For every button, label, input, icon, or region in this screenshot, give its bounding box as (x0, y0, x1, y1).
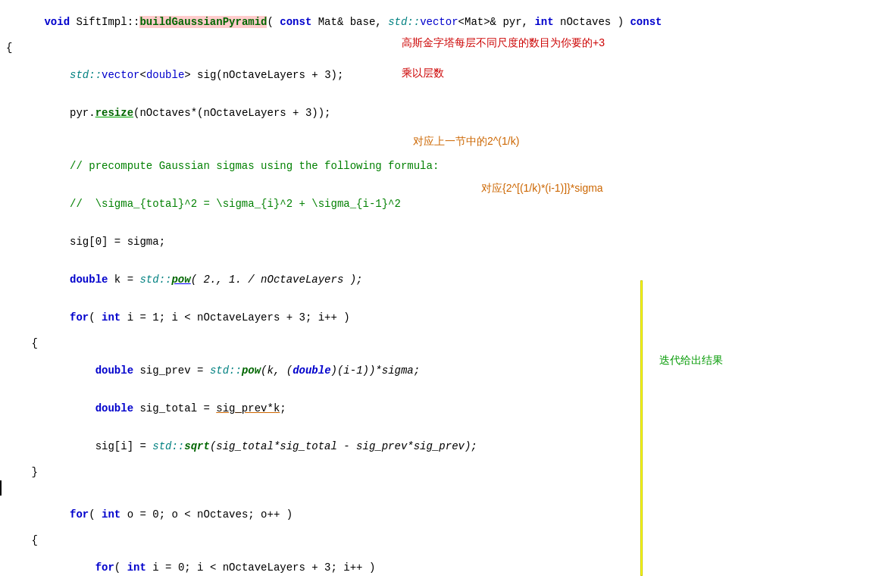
annotation-5: 对应{2^[(1/k)*(i-1)]}*sigma (481, 182, 603, 195)
code-line-19: for( int i = 0; i < nOctaveLayers + 3; i… (0, 549, 873, 586)
code-line-16 (0, 480, 873, 496)
code-line-1: void SiftImpl::buildGaussianPyramid( con… (0, 3, 873, 41)
code-line-13: double sig_total = sig_prev*k; (0, 389, 873, 427)
code-line-4: pyr.resize(nOctaves*(nOctaveLayers + 3))… (0, 94, 873, 132)
code-line-7: // \sigma_{total}^2 = \sigma_{i}^2 + \si… (0, 185, 873, 223)
annotation-6: 迭代给出结果 (659, 354, 723, 368)
code-line-10: for( int i = 1; i < nOctaveLayers + 3; i… (0, 299, 873, 336)
code-container: void SiftImpl::buildGaussianPyramid( con… (0, 0, 873, 588)
code-line-6: // precompute Gaussian sigmas using the … (0, 147, 873, 185)
yellow-bar (640, 280, 643, 576)
code-line-8: sig[0] = sigma; (0, 223, 873, 261)
code-line-14: sig[i] = std::sqrt(sig_total*sig_total -… (0, 427, 873, 465)
code-line-15: } (0, 465, 873, 480)
code-line-17: for( int o = 0; o < nOctaves; o++ ) (0, 496, 873, 533)
code-line-11: { (0, 336, 873, 352)
annotation-4: 对应上一节中的2^(1/k) (413, 135, 519, 149)
annotation-1: 高斯金字塔每层不同尺度的数目为你要的+3 (402, 36, 605, 50)
annotation-3: 乘以层数 (402, 67, 444, 80)
code-line-12: double sig_prev = std::pow(k, (double)(i… (0, 352, 873, 389)
code-line-18: { (0, 533, 873, 549)
code-line-9: double k = std::pow( 2., 1. / nOctaveLay… (0, 261, 873, 299)
